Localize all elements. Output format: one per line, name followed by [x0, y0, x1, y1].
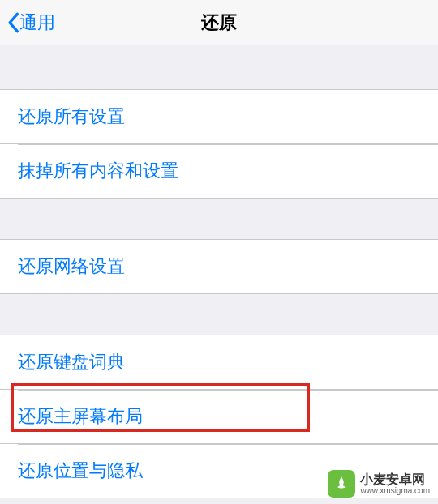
- cell-erase-all-content[interactable]: 抹掉所有内容和设置: [0, 144, 438, 199]
- cell-reset-network[interactable]: 还原网络设置: [0, 239, 438, 294]
- back-button[interactable]: 通用: [0, 11, 55, 35]
- cell-label: 还原网络设置: [18, 256, 125, 276]
- settings-group-2: 还原网络设置: [0, 239, 438, 294]
- cell-reset-home-layout[interactable]: 还原主屏幕布局: [0, 390, 438, 444]
- back-label: 通用: [19, 11, 55, 35]
- navbar: 通用 还原: [0, 0, 438, 45]
- cell-reset-all-settings[interactable]: 还原所有设置: [0, 89, 438, 144]
- cell-label: 还原位置与隐私: [18, 460, 143, 481]
- cell-reset-keyboard-dict[interactable]: 还原键盘词典: [0, 335, 438, 390]
- settings-group-3: 还原键盘词典 还原主屏幕布局 还原位置与隐私: [0, 335, 438, 498]
- cell-label: 还原键盘词典: [18, 352, 125, 372]
- cell-label: 还原所有设置: [18, 106, 125, 126]
- cell-label: 还原主屏幕布局: [18, 406, 143, 426]
- settings-group-1: 还原所有设置 抹掉所有内容和设置: [0, 89, 438, 199]
- cell-label: 抹掉所有内容和设置: [18, 160, 178, 181]
- chevron-left-icon: [6, 11, 19, 34]
- cell-reset-location-privacy[interactable]: 还原位置与隐私: [0, 444, 438, 498]
- page-title: 还原: [201, 11, 237, 35]
